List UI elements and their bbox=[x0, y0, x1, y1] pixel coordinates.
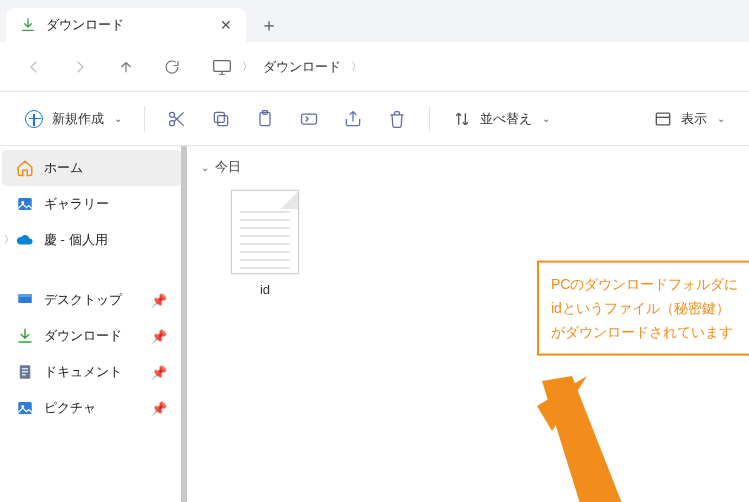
file-item-id[interactable]: id bbox=[215, 190, 315, 297]
sidebar-item-label: ダウンロード bbox=[44, 327, 122, 345]
chevron-down-icon: ⌄ bbox=[201, 162, 209, 173]
desktop-icon bbox=[16, 291, 34, 309]
chevron-down-icon: ⌄ bbox=[114, 113, 122, 124]
svg-point-2 bbox=[170, 120, 175, 125]
sort-button-label: 並べ替え bbox=[480, 110, 532, 128]
chevron-down-icon: ⌄ bbox=[542, 113, 550, 124]
group-header-today[interactable]: ⌄ 今日 bbox=[201, 158, 735, 176]
file-thumbnail bbox=[231, 190, 299, 274]
rename-button[interactable] bbox=[289, 102, 329, 136]
sidebar-item-onedrive[interactable]: 〉 慶 - 個人用 bbox=[2, 222, 181, 258]
svg-rect-0 bbox=[214, 60, 231, 71]
separator bbox=[429, 106, 430, 132]
view-button-label: 表示 bbox=[681, 110, 707, 128]
sidebar-item-downloads[interactable]: ダウンロード 📌 bbox=[2, 318, 181, 354]
group-header-label: 今日 bbox=[215, 158, 241, 176]
gallery-icon bbox=[16, 195, 34, 213]
annotation-line: がダウンロードされています bbox=[551, 320, 738, 344]
download-icon bbox=[20, 17, 36, 33]
chevron-right-icon: 〉 bbox=[242, 59, 253, 74]
nav-row: 〉 ダウンロード 〉 bbox=[0, 42, 749, 92]
cut-button[interactable] bbox=[157, 102, 197, 136]
copy-icon bbox=[211, 109, 231, 129]
sidebar-item-gallery[interactable]: ギャラリー bbox=[2, 186, 181, 222]
toolbar: 新規作成 ⌄ 並べ替え ⌄ 表示 ⌄ bbox=[0, 92, 749, 146]
tab-downloads[interactable]: ダウンロード ✕ bbox=[6, 8, 246, 42]
sidebar: ホーム ギャラリー 〉 慶 - 個人用 デスクトップ 📌 ダウンロード 📌 bbox=[0, 146, 184, 502]
sidebar-item-label: ホーム bbox=[44, 159, 83, 177]
refresh-button[interactable] bbox=[152, 49, 192, 85]
sidebar-item-home[interactable]: ホーム bbox=[2, 150, 181, 186]
delete-button[interactable] bbox=[377, 102, 417, 136]
download-icon bbox=[16, 327, 34, 345]
sort-button[interactable]: 並べ替え ⌄ bbox=[442, 102, 560, 136]
pictures-icon bbox=[16, 399, 34, 417]
sidebar-item-pictures[interactable]: ピクチャ 📌 bbox=[2, 390, 181, 426]
pin-icon: 📌 bbox=[151, 401, 167, 416]
content-area: ⌄ 今日 id PCのダウンロードフォルダに idというファイル（秘密鍵） がダ… bbox=[187, 146, 749, 502]
svg-rect-16 bbox=[22, 374, 26, 375]
new-button[interactable]: 新規作成 ⌄ bbox=[14, 102, 132, 136]
svg-rect-12 bbox=[18, 294, 32, 297]
separator bbox=[144, 106, 145, 132]
trash-icon bbox=[387, 109, 407, 129]
svg-rect-9 bbox=[18, 198, 32, 210]
sidebar-item-label: デスクトップ bbox=[44, 291, 122, 309]
svg-rect-15 bbox=[22, 371, 28, 372]
tab-title: ダウンロード bbox=[46, 16, 210, 34]
pin-icon: 📌 bbox=[151, 329, 167, 344]
tab-strip: ダウンロード ✕ ＋ bbox=[0, 0, 749, 42]
pin-icon: 📌 bbox=[151, 365, 167, 380]
annotation-line: PCのダウンロードフォルダに bbox=[551, 273, 738, 297]
new-tab-button[interactable]: ＋ bbox=[252, 8, 286, 42]
chevron-down-icon: ⌄ bbox=[717, 113, 725, 124]
svg-marker-19 bbox=[542, 376, 627, 502]
sort-icon bbox=[452, 109, 472, 129]
back-button[interactable] bbox=[14, 49, 54, 85]
share-button[interactable] bbox=[333, 102, 373, 136]
scissors-icon bbox=[167, 109, 187, 129]
plus-circle-icon bbox=[24, 109, 44, 129]
file-name: id bbox=[215, 282, 315, 297]
sidebar-item-desktop[interactable]: デスクトップ 📌 bbox=[2, 282, 181, 318]
sidebar-item-documents[interactable]: ドキュメント 📌 bbox=[2, 354, 181, 390]
document-icon bbox=[16, 363, 34, 381]
chevron-right-icon: 〉 bbox=[351, 59, 362, 74]
monitor-icon bbox=[212, 59, 232, 75]
svg-rect-3 bbox=[218, 115, 228, 125]
copy-button[interactable] bbox=[201, 102, 241, 136]
pin-icon: 📌 bbox=[151, 293, 167, 308]
sidebar-item-label: ピクチャ bbox=[44, 399, 96, 417]
svg-rect-8 bbox=[656, 113, 669, 125]
svg-rect-14 bbox=[22, 368, 28, 369]
svg-rect-4 bbox=[214, 112, 224, 122]
annotation-arrow bbox=[537, 376, 657, 502]
annotation-line: idというファイル（秘密鍵） bbox=[551, 296, 738, 320]
breadcrumb[interactable]: 〉 ダウンロード 〉 bbox=[212, 58, 735, 76]
cloud-icon bbox=[16, 231, 34, 249]
view-icon bbox=[653, 109, 673, 129]
close-icon[interactable]: ✕ bbox=[220, 17, 232, 33]
forward-button[interactable] bbox=[60, 49, 100, 85]
home-icon bbox=[16, 159, 34, 177]
rename-icon bbox=[299, 109, 319, 129]
svg-rect-17 bbox=[18, 402, 32, 414]
chevron-right-icon[interactable]: 〉 bbox=[2, 233, 16, 247]
view-button[interactable]: 表示 ⌄ bbox=[643, 102, 735, 136]
clipboard-icon bbox=[255, 109, 275, 129]
paste-button[interactable] bbox=[245, 102, 285, 136]
breadcrumb-item[interactable]: ダウンロード bbox=[263, 58, 341, 76]
up-button[interactable] bbox=[106, 49, 146, 85]
sidebar-item-label: 慶 - 個人用 bbox=[44, 231, 108, 249]
svg-point-1 bbox=[170, 112, 175, 117]
sidebar-item-label: ドキュメント bbox=[44, 363, 122, 381]
share-icon bbox=[343, 109, 363, 129]
new-button-label: 新規作成 bbox=[52, 110, 104, 128]
sidebar-item-label: ギャラリー bbox=[44, 195, 109, 213]
annotation-callout: PCのダウンロードフォルダに idというファイル（秘密鍵） がダウンロードされて… bbox=[537, 261, 749, 356]
